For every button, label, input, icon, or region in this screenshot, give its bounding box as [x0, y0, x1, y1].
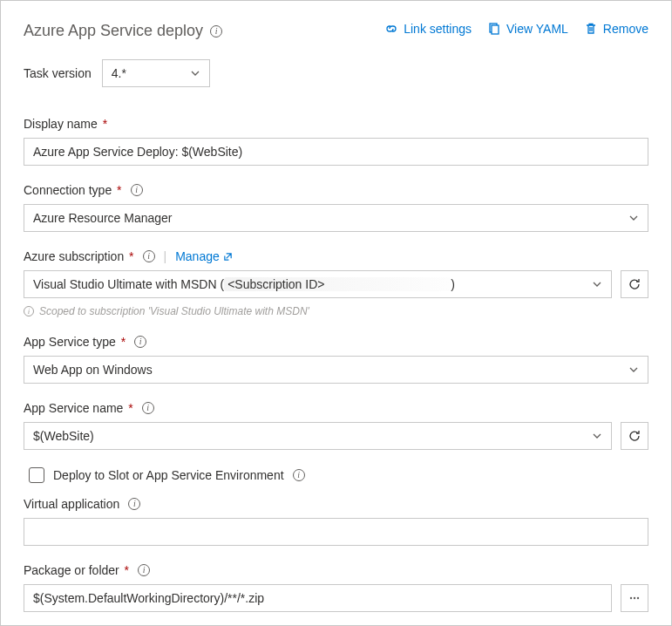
task-version-select[interactable]: 4.*: [102, 59, 210, 87]
app-service-name-value: $(WebSite): [33, 429, 94, 443]
display-name-input[interactable]: [24, 138, 648, 166]
virtual-application-field: Virtual application i: [24, 497, 648, 546]
field-label-row: App Service type * i: [24, 335, 648, 349]
info-icon[interactable]: i: [293, 469, 305, 481]
display-name-label: Display name *: [24, 117, 107, 131]
chevron-down-icon: [628, 213, 639, 223]
manage-label: Manage: [175, 249, 220, 263]
chevron-down-icon: [592, 431, 602, 441]
app-service-type-field: App Service type * i Web App on Windows: [24, 335, 648, 384]
azure-subscription-label: Azure subscription *: [24, 249, 134, 263]
browse-button[interactable]: [621, 584, 648, 612]
field-label-row: App Service name * i: [24, 401, 648, 415]
info-icon: i: [24, 306, 34, 316]
svg-rect-1: [492, 25, 499, 34]
chevron-down-icon: [592, 279, 602, 289]
app-service-type-value: Web App on Windows: [33, 363, 153, 377]
file-icon: [487, 22, 501, 36]
refresh-app-service-button[interactable]: [621, 422, 648, 450]
package-or-folder-field: Package or folder * i: [24, 563, 648, 612]
view-yaml-button[interactable]: View YAML: [487, 22, 568, 36]
manage-link[interactable]: Manage: [175, 249, 233, 263]
deploy-to-slot-label: Deploy to Slot or App Service Environmen…: [53, 468, 284, 482]
subscription-input-row: Visual Studio Ultimate with MSDN (<Subsc…: [24, 270, 648, 298]
field-label-row: Virtual application i: [24, 497, 648, 511]
info-icon[interactable]: i: [138, 564, 150, 576]
info-icon[interactable]: i: [128, 498, 140, 510]
info-icon[interactable]: i: [143, 250, 155, 262]
header: Azure App Service deploy i Link settings…: [24, 22, 648, 40]
deploy-to-slot-row: Deploy to Slot or App Service Environmen…: [29, 467, 648, 483]
link-settings-button[interactable]: Link settings: [384, 22, 472, 36]
task-version-row: Task version 4.*: [24, 59, 648, 87]
connection-type-label: Connection type *: [24, 183, 122, 197]
header-actions: Link settings View YAML Remove: [384, 22, 648, 36]
field-label-row: Display name *: [24, 117, 648, 131]
info-icon[interactable]: i: [210, 25, 222, 37]
app-service-name-label: App Service name *: [24, 401, 133, 415]
app-service-name-row: $(WebSite): [24, 422, 648, 450]
separator: |: [164, 249, 167, 263]
info-icon[interactable]: i: [134, 336, 146, 348]
refresh-icon: [628, 277, 641, 291]
external-link-icon: [223, 252, 233, 262]
field-label-row: Connection type * i: [24, 183, 648, 197]
field-label-row: Azure subscription * i | Manage: [24, 249, 648, 263]
page-title: Azure App Service deploy: [24, 22, 203, 40]
app-service-type-label: App Service type *: [24, 335, 126, 349]
link-settings-label: Link settings: [404, 22, 472, 36]
info-icon[interactable]: i: [142, 402, 154, 414]
package-row: [24, 584, 648, 612]
title-wrap: Azure App Service deploy i: [24, 22, 222, 40]
info-icon[interactable]: i: [131, 184, 143, 196]
connection-type-value: Azure Resource Manager: [33, 211, 173, 225]
package-or-folder-label: Package or folder *: [24, 563, 129, 577]
view-yaml-label: View YAML: [506, 22, 568, 36]
remove-label: Remove: [603, 22, 648, 36]
deploy-to-slot-checkbox[interactable]: [29, 467, 44, 483]
chevron-down-icon: [190, 68, 200, 78]
task-version-value: 4.*: [112, 66, 126, 80]
app-service-name-field: App Service name * i $(WebSite): [24, 401, 648, 450]
virtual-application-input[interactable]: [24, 518, 648, 546]
svg-point-4: [637, 597, 639, 599]
ellipsis-icon: [628, 591, 641, 605]
app-service-name-select[interactable]: $(WebSite): [24, 422, 612, 450]
scope-note-text: Scoped to subscription 'Visual Studio Ul…: [39, 305, 309, 317]
task-version-label: Task version: [24, 66, 92, 80]
refresh-subscription-button[interactable]: [621, 270, 648, 298]
azure-subscription-select[interactable]: Visual Studio Ultimate with MSDN (<Subsc…: [24, 270, 612, 298]
field-label-row: Package or folder * i: [24, 563, 648, 577]
link-icon: [384, 22, 398, 36]
svg-point-3: [634, 597, 635, 599]
azure-subscription-value: Visual Studio Ultimate with MSDN (<Subsc…: [33, 277, 455, 291]
connection-type-field: Connection type * i Azure Resource Manag…: [24, 183, 648, 232]
subscription-scope-note: i Scoped to subscription 'Visual Studio …: [24, 305, 648, 317]
remove-button[interactable]: Remove: [584, 22, 648, 36]
virtual-application-label: Virtual application: [24, 497, 119, 511]
trash-icon: [584, 22, 598, 36]
package-or-folder-input[interactable]: [24, 584, 612, 612]
app-service-type-select[interactable]: Web App on Windows: [24, 356, 648, 384]
svg-point-2: [630, 597, 632, 599]
refresh-icon: [628, 429, 641, 443]
azure-subscription-field: Azure subscription * i | Manage Visual S…: [24, 249, 648, 317]
chevron-down-icon: [628, 364, 639, 375]
connection-type-select[interactable]: Azure Resource Manager: [24, 204, 648, 232]
display-name-field: Display name *: [24, 117, 648, 166]
